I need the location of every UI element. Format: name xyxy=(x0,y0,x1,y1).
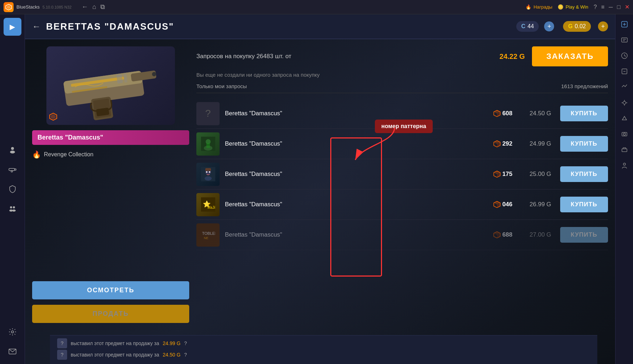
svg-rect-5 xyxy=(15,169,16,170)
right-sidebar-icon-8[interactable] xyxy=(618,128,631,141)
item-name-cell: Berettas "Damascus" xyxy=(225,171,485,178)
right-sidebar-icon-7[interactable] xyxy=(618,112,631,125)
inspect-button[interactable]: ОСМОТРЕТЬ xyxy=(32,281,189,299)
right-sidebar-icon-2[interactable] xyxy=(618,34,631,46)
order-button[interactable]: ЗАКАЗАТЬ xyxy=(532,46,608,66)
item-price: 24.50 G xyxy=(521,110,560,117)
notif-qmark: ? xyxy=(184,340,187,346)
close-btn[interactable]: ✕ xyxy=(625,4,629,10)
svg-text:NE: NE xyxy=(204,236,209,240)
right-sidebar xyxy=(615,14,633,364)
svg-point-11 xyxy=(11,331,14,333)
back-button[interactable]: ← xyxy=(32,21,41,31)
buy-button[interactable]: КУПИТЬ xyxy=(560,136,608,152)
title-bar-right: 🔥 Награды 🪙 Play & Win ? ≡ ─ □ ✕ xyxy=(526,4,629,10)
sell-button[interactable]: ПРОДАТЬ xyxy=(32,305,189,323)
notif-price: 24.50 G xyxy=(163,352,181,358)
sidebar-item-team[interactable] xyxy=(4,200,21,218)
right-sidebar-icon-1[interactable] xyxy=(618,18,631,31)
svg-point-7 xyxy=(10,206,12,208)
pattern-cell: 175 xyxy=(485,171,521,178)
app-name: BlueStacks xyxy=(16,4,40,10)
pattern-number: 688 xyxy=(502,231,512,238)
buy-request-row: Запросов на покупку 26483 шт. от 24.22 G… xyxy=(196,46,608,66)
item-image xyxy=(46,46,175,125)
currency-c-display: C 44 xyxy=(516,21,539,32)
sidebar-item-mail[interactable] xyxy=(4,343,21,360)
pattern-number: 608 xyxy=(502,110,512,117)
maximize-btn[interactable]: □ xyxy=(617,4,621,10)
svg-rect-6 xyxy=(11,171,12,172)
pattern-number: 046 xyxy=(502,201,512,208)
svg-point-10 xyxy=(12,209,16,212)
playwin-button[interactable]: 🪙 Play & Win xyxy=(558,4,588,10)
tooltip-box: номер паттерна xyxy=(375,120,433,133)
svg-point-69 xyxy=(623,101,626,104)
bottom-bar: ? выставил этот предмет на продажу за 24… xyxy=(50,335,597,364)
item-name-cell: Berettas "Damascus" xyxy=(225,140,485,147)
right-sidebar-icon-5[interactable] xyxy=(618,81,631,93)
item-name: Berettas "Damascus" xyxy=(32,130,189,145)
notification-row: ? выставил этот предмет на продажу за 24… xyxy=(57,338,590,348)
sidebar-item-shield[interactable] xyxy=(4,180,21,198)
sidebar-item-profile[interactable] xyxy=(4,141,21,159)
menu-icon[interactable]: ≡ xyxy=(601,4,604,10)
notification-row: ? выставил этот предмет на продажу за 24… xyxy=(57,350,590,360)
add-g-button[interactable]: + xyxy=(598,21,608,31)
sidebar-item-settings[interactable] xyxy=(4,323,21,341)
buy-button[interactable]: КУПИТЬ xyxy=(560,166,608,182)
title-bar: BlueStacks 5.10.0.1085 N32 ← ⌂ ⧉ 🔥 Награ… xyxy=(0,0,633,14)
right-panel: Запросов на покупку 26483 шт. от 24.22 G… xyxy=(196,39,615,364)
svg-point-39 xyxy=(206,171,207,173)
nav-buttons: ← ⌂ ⧉ xyxy=(81,3,105,11)
buy-button[interactable]: КУПИТЬ xyxy=(560,227,608,243)
buy-button[interactable]: КУПИТЬ xyxy=(560,197,608,212)
item-price: 24.99 G xyxy=(521,140,560,147)
nav-back[interactable]: ← xyxy=(81,3,88,11)
item-price: 26.99 G xyxy=(521,201,560,208)
nav-tabs[interactable]: ⧉ xyxy=(100,3,105,11)
table-row: Berettas "Damascus" 175 25.00 G КУПИТЬ xyxy=(196,159,608,189)
page-title: BERETTAS "DAMASCUS" xyxy=(46,21,174,32)
nav-home[interactable]: ⌂ xyxy=(92,3,96,11)
svg-line-66 xyxy=(624,56,626,56)
svg-marker-1 xyxy=(7,5,10,9)
item-price: 25.00 G xyxy=(521,171,560,178)
left-panel: Berettas "Damascus" 🔥 Revenge Collection… xyxy=(25,39,196,364)
right-sidebar-icon-4[interactable] xyxy=(618,65,631,78)
gun-illustration xyxy=(54,50,168,121)
cube-icon xyxy=(493,201,501,208)
svg-rect-4 xyxy=(9,168,15,171)
collection-name: Revenge Collection xyxy=(44,151,94,158)
help-icon[interactable]: ? xyxy=(594,4,597,10)
sidebar-item-play[interactable]: ▶ xyxy=(4,18,21,36)
item-name-cell: Berettas "Damascus" xyxy=(225,231,485,238)
no-request-text: Вы еще не создали ни одного запроса на п… xyxy=(196,72,608,78)
pattern-cell: 688 xyxy=(485,231,521,238)
item-price: 27.00 G xyxy=(521,231,560,238)
filter-row: Только мои запросы 1613 предложений xyxy=(196,83,608,93)
pattern-cell: 292 xyxy=(485,140,521,147)
right-sidebar-icon-6[interactable] xyxy=(618,96,631,109)
right-sidebar-icon-3[interactable] xyxy=(618,49,631,62)
add-c-button[interactable]: + xyxy=(544,21,554,31)
svg-rect-32 xyxy=(206,143,210,148)
svg-point-41 xyxy=(205,176,212,181)
avatar: ? xyxy=(196,102,220,125)
items-list: ? Berettas "Damascus" 608 24.50 G xyxy=(196,98,608,364)
item-name-cell: Berettas "Damascus" xyxy=(225,110,485,117)
game-header: ← BERETTAS "DAMASCUS" C 44 + G 0.02 + xyxy=(25,14,615,39)
filter-button[interactable]: Только мои запросы xyxy=(196,83,561,89)
right-sidebar-icon-9[interactable] xyxy=(618,143,631,156)
minimize-btn[interactable]: ─ xyxy=(609,4,613,10)
svg-point-3 xyxy=(10,151,15,153)
rewards-button[interactable]: 🔥 Награды xyxy=(526,4,552,10)
buy-button[interactable]: КУПИТЬ xyxy=(560,106,608,121)
right-sidebar-icon-10[interactable] xyxy=(618,159,631,172)
svg-point-9 xyxy=(13,206,15,208)
cube-icon xyxy=(493,110,501,117)
game-area: ← BERETTAS "DAMASCUS" C 44 + G 0.02 + xyxy=(25,14,615,364)
sidebar-item-weapons[interactable] xyxy=(4,161,21,178)
cube-icon xyxy=(493,140,501,147)
cube-icon xyxy=(493,171,501,178)
